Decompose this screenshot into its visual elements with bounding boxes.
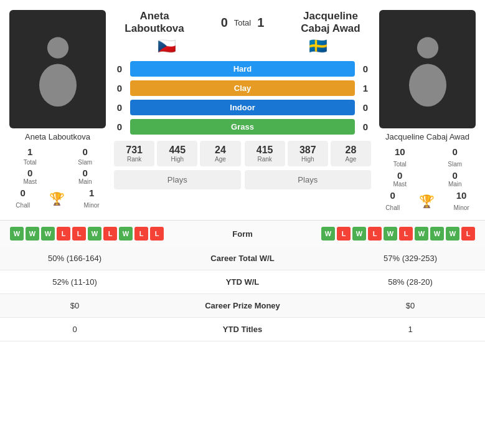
ytd-wl-right: 58% (28-20): [348, 277, 473, 287]
right-trophy-icon: 🏆: [419, 194, 435, 209]
prize-right: $0: [348, 301, 473, 310]
svg-point-5: [39, 64, 77, 107]
right-name-caption: Jacqueline Cabaj Awad: [385, 132, 469, 141]
svg-point-4: [47, 37, 68, 59]
right-form: W L W L W L W W W L: [321, 227, 475, 241]
stats-section: 50% (166-164) Career Total W/L 57% (329-…: [0, 247, 485, 341]
lage: 24Age: [200, 141, 240, 166]
clay-btn[interactable]: Clay: [130, 80, 355, 96]
ytd-titles-label: YTD Titles: [137, 325, 348, 334]
center-column: Aneta Laboutkova 0 Total 1 Jacqueline Ca…: [111, 10, 374, 189]
rank-high-age-row: 731Rank 445High 24Age 415Rank 387High: [114, 141, 371, 166]
right-plays: Plays: [245, 170, 372, 189]
form-center-label: Form: [232, 229, 253, 239]
ytd-wl-left: 52% (11-10): [12, 277, 137, 287]
lrank: 731Rank: [114, 141, 154, 166]
lhigh: 445High: [157, 141, 197, 166]
plays-row: Plays Plays: [114, 170, 371, 189]
right-trophy-row: 0Chall 🏆 10Minor: [376, 190, 479, 212]
left-stats: 1Total 0Slam 0Mast 0Main: [6, 146, 109, 185]
right-column: Jacqueline Cabaj Awad 10Total 0Slam 0Mas…: [376, 10, 479, 215]
ytd-titles-row: 0 YTD Titles 1: [0, 318, 485, 341]
flags-row: 🇨🇿 🇸🇪: [114, 37, 371, 55]
form-row: W W W L L W L W L L Form W L W L W L W W…: [0, 220, 485, 247]
left-photo: [9, 10, 106, 128]
rage: 28Age: [331, 141, 371, 166]
grass-row: 0 Grass 0: [114, 119, 371, 135]
career-total-right: 57% (329-253): [348, 254, 473, 263]
prize-label: Career Prize Money: [137, 301, 348, 310]
right-photo: [379, 10, 476, 128]
left-trophy-icon: 🏆: [49, 191, 65, 206]
ytd-wl-row: 52% (11-10) YTD W/L 58% (28-20): [0, 270, 485, 294]
clay-row: 0 Clay 1: [114, 80, 371, 96]
career-total-label: Career Total W/L: [137, 254, 348, 263]
center-right-name: Jacqueline Cabaj Awad: [290, 10, 371, 35]
rrank: 415Rank: [245, 141, 285, 166]
indoor-row: 0 Indoor 0: [114, 100, 371, 115]
surface-section: 0 Hard 0 0 Clay 1 0 Indoor 0 0 Grass: [114, 61, 371, 135]
career-total-row: 50% (166-164) Career Total W/L 57% (329-…: [0, 247, 485, 270]
prize-money-row: $0 Career Prize Money $0: [0, 294, 485, 318]
svg-point-6: [417, 37, 438, 59]
total-score-display: 0 Total 1: [221, 16, 265, 30]
svg-point-7: [409, 64, 446, 107]
left-name-caption: Aneta Laboutkova: [25, 132, 90, 141]
ytd-titles-left: 0: [12, 325, 137, 334]
prize-left: $0: [12, 301, 137, 310]
center-left-name: Aneta Laboutkova: [114, 10, 195, 35]
indoor-btn[interactable]: Indoor: [130, 100, 355, 115]
left-plays: Plays: [114, 170, 241, 189]
left-form: W W W L L W L W L L: [10, 227, 164, 241]
ytd-titles-right: 1: [348, 325, 473, 334]
left-column: Aneta Laboutkova 1Total 0Slam 0Mast 0Mai…: [6, 10, 109, 212]
rhigh: 387High: [288, 141, 328, 166]
career-total-left: 50% (166-164): [12, 254, 137, 263]
hard-btn[interactable]: Hard: [130, 61, 355, 77]
grass-btn[interactable]: Grass: [130, 119, 355, 135]
right-stats: 10Total 0Slam 0Mast 0Main: [376, 146, 479, 188]
hard-row: 0 Hard 0: [114, 61, 371, 77]
ytd-wl-label: YTD W/L: [137, 277, 348, 287]
